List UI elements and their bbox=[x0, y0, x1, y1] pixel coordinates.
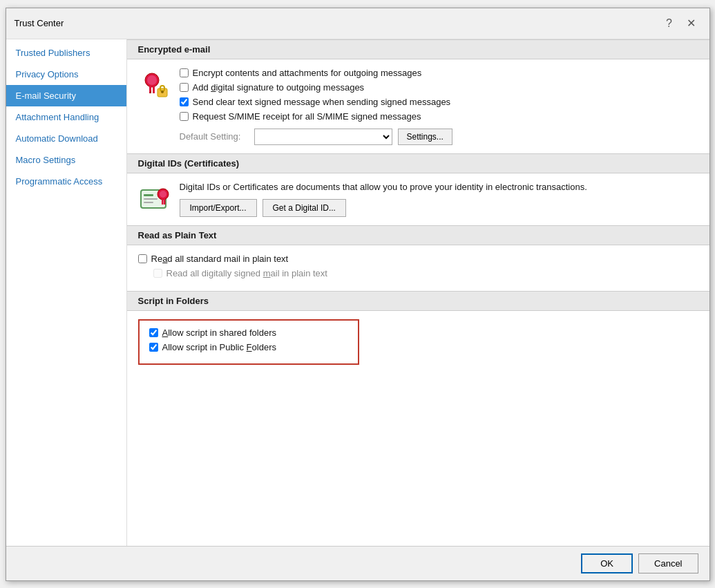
main-content: Encrypted e-mail bbox=[127, 39, 709, 546]
digital-ids-icon bbox=[138, 182, 171, 215]
trust-center-dialog: Trust Center ? ✕ Trusted Publishers Priv… bbox=[6, 8, 710, 581]
encrypted-email-checkboxes: Encrypt contents and attachments for out… bbox=[180, 68, 698, 145]
close-button[interactable]: ✕ bbox=[682, 14, 701, 33]
encrypted-email-section: Encrypted e-mail bbox=[127, 39, 709, 153]
read-plain-text-section: Read as Plain Text Read all standard mai… bbox=[127, 225, 709, 291]
svg-point-14 bbox=[160, 191, 166, 198]
svg-rect-16 bbox=[164, 199, 166, 205]
email-security-top: Encrypt contents and attachments for out… bbox=[138, 68, 698, 145]
title-bar: Trust Center ? ✕ bbox=[6, 8, 709, 39]
sidebar-item-privacy-options[interactable]: Privacy Options bbox=[6, 64, 126, 85]
script-folders-body: Allow script in shared folders Allow scr… bbox=[127, 311, 709, 373]
checkbox-row-encrypt: Encrypt contents and attachments for out… bbox=[180, 68, 698, 78]
read-standard-checkbox[interactable] bbox=[138, 254, 147, 263]
ok-button[interactable]: OK bbox=[581, 553, 633, 573]
request-smime-label[interactable]: Request S/MIME receipt for all S/MIME si… bbox=[193, 111, 421, 122]
dialog-footer: OK Cancel bbox=[6, 546, 709, 580]
digital-ids-section: Digital IDs (Certificates) bbox=[127, 153, 709, 225]
default-setting-select[interactable] bbox=[254, 129, 392, 145]
digital-ids-body: Digital IDs or Certificates are document… bbox=[127, 173, 709, 225]
sidebar-item-programmatic-access[interactable]: Programmatic Access bbox=[6, 171, 126, 192]
checkbox-row-smime: Request S/MIME receipt for all S/MIME si… bbox=[180, 111, 698, 122]
encrypted-email-header: Encrypted e-mail bbox=[127, 39, 709, 59]
dialog-title: Trust Center bbox=[15, 18, 64, 28]
allow-public-label: Allow script in Public Folders bbox=[162, 342, 276, 352]
help-button[interactable]: ? bbox=[660, 14, 679, 33]
digital-ids-description: Digital IDs or Certificates are document… bbox=[180, 182, 698, 192]
digital-ids-header: Digital IDs (Certificates) bbox=[127, 153, 709, 173]
send-clear-text-label[interactable]: Send clear text signed message when send… bbox=[193, 97, 451, 107]
add-digital-sig-label: Add digital signature to outgoing messag… bbox=[193, 82, 365, 93]
checkbox-row-allow-public: Allow script in Public Folders bbox=[149, 342, 348, 352]
checkbox-row-digital-sig: Add digital signature to outgoing messag… bbox=[180, 82, 698, 93]
svg-rect-3 bbox=[153, 86, 155, 93]
digital-ids-buttons: Import/Export... Get a Digital ID... bbox=[180, 199, 698, 217]
email-security-icon bbox=[138, 68, 171, 101]
default-setting-row: Default Setting: Settings... bbox=[180, 129, 698, 145]
default-setting-label: Default Setting: bbox=[180, 131, 249, 142]
svg-rect-10 bbox=[144, 194, 153, 196]
title-bar-left: Trust Center bbox=[15, 18, 64, 28]
script-folders-section: Script in Folders Allow script in shared… bbox=[127, 291, 709, 373]
checkbox-row-read-standard: Read all standard mail in plain text bbox=[138, 254, 698, 264]
sidebar: Trusted Publishers Privacy Options E-mai… bbox=[6, 39, 127, 546]
svg-point-8 bbox=[161, 91, 164, 93]
get-digital-id-button[interactable]: Get a Digital ID... bbox=[263, 199, 346, 217]
allow-shared-label: Allow script in shared folders bbox=[162, 328, 276, 338]
checkbox-row-clear-text: Send clear text signed message when send… bbox=[180, 97, 698, 107]
svg-rect-12 bbox=[144, 202, 153, 203]
svg-point-1 bbox=[147, 75, 157, 85]
request-smime-checkbox[interactable] bbox=[180, 112, 189, 121]
cancel-button[interactable]: Cancel bbox=[638, 553, 698, 573]
sidebar-item-automatic-download[interactable]: Automatic Download bbox=[6, 128, 126, 149]
read-standard-label: Read all standard mail in plain text bbox=[151, 254, 289, 264]
encrypted-email-body: Encrypt contents and attachments for out… bbox=[127, 59, 709, 153]
read-signed-checkbox[interactable] bbox=[153, 269, 162, 278]
read-signed-label: Read all digitally signed mail in plain … bbox=[166, 268, 327, 278]
encrypt-contents-checkbox[interactable] bbox=[180, 68, 189, 77]
sidebar-item-email-security[interactable]: E-mail Security bbox=[6, 85, 126, 106]
checkbox-row-allow-shared: Allow script in shared folders bbox=[149, 328, 348, 338]
title-bar-right: ? ✕ bbox=[660, 14, 701, 33]
allow-public-checkbox[interactable] bbox=[149, 343, 158, 352]
sidebar-item-trusted-publishers[interactable]: Trusted Publishers bbox=[6, 42, 126, 64]
script-folders-header: Script in Folders bbox=[127, 291, 709, 311]
sidebar-item-attachment-handling[interactable]: Attachment Handling bbox=[6, 106, 126, 128]
plain-text-body: Read all standard mail in plain text Rea… bbox=[127, 245, 709, 291]
svg-rect-15 bbox=[162, 199, 164, 205]
import-export-button[interactable]: Import/Export... bbox=[180, 199, 257, 217]
checkbox-row-read-signed: Read all digitally signed mail in plain … bbox=[153, 268, 698, 278]
encrypt-contents-label[interactable]: Encrypt contents and attachments for out… bbox=[193, 68, 422, 78]
allow-shared-checkbox[interactable] bbox=[149, 328, 158, 337]
add-digital-sig-checkbox[interactable] bbox=[180, 83, 189, 92]
digital-ids-text: Digital IDs or Certificates are document… bbox=[180, 182, 698, 217]
svg-rect-11 bbox=[144, 198, 158, 200]
script-box: Allow script in shared folders Allow scr… bbox=[138, 319, 359, 365]
send-clear-text-checkbox[interactable] bbox=[180, 97, 189, 106]
sidebar-item-macro-settings[interactable]: Macro Settings bbox=[6, 149, 126, 171]
settings-button[interactable]: Settings... bbox=[398, 129, 452, 145]
dialog-body: Trusted Publishers Privacy Options E-mai… bbox=[6, 39, 709, 546]
read-plain-text-header: Read as Plain Text bbox=[127, 225, 709, 245]
